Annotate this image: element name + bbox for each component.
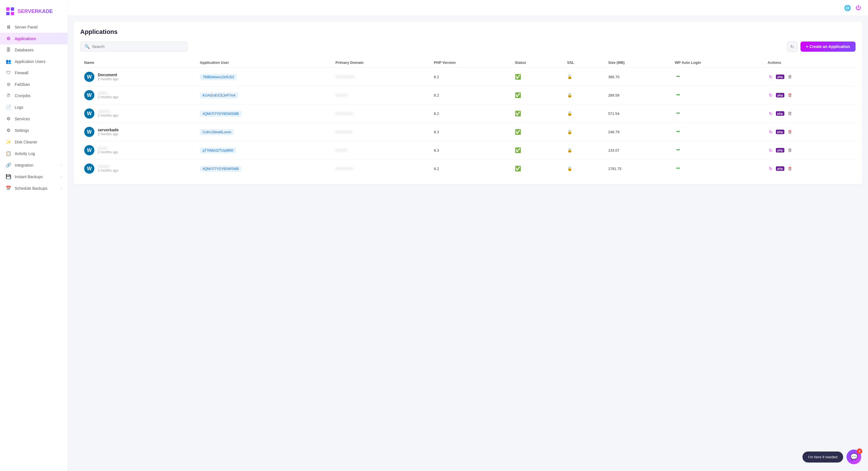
sidebar-item-application-users[interactable]: 👥 Application Users xyxy=(0,56,67,67)
sidebar-label-services: Services xyxy=(15,116,30,121)
row-5-domain-cell: ••••••••••••••• xyxy=(332,160,430,178)
wp-auto-login-button[interactable]: ⮕ xyxy=(675,110,682,117)
sidebar-item-disk-cleaner[interactable]: ✨ Disk Cleaner xyxy=(0,136,67,148)
wp-auto-login-button[interactable]: ⮕ xyxy=(675,165,682,172)
refresh-button[interactable]: ↻ xyxy=(787,41,798,52)
sidebar-item-cronjobs[interactable]: ⏱ Cronjobs xyxy=(0,90,67,101)
nav-icon-services: ⚙ xyxy=(6,116,11,122)
wp-auto-login-button[interactable]: ⮕ xyxy=(675,146,682,154)
row-5-status-cell: ✅ xyxy=(511,160,563,178)
php-button[interactable]: php xyxy=(776,166,784,171)
delete-app-button[interactable]: 🗑 xyxy=(786,165,794,172)
php-button[interactable]: php xyxy=(776,111,784,116)
refresh-app-button[interactable]: ↻ xyxy=(768,92,774,99)
wp-auto-login-button[interactable]: ⮕ xyxy=(675,73,682,80)
sidebar-item-applications[interactable]: ⚙ Applications xyxy=(0,33,67,44)
refresh-app-button[interactable]: ↻ xyxy=(768,128,774,136)
row-2-status-cell: ✅ xyxy=(511,104,563,123)
chat-avatar-button[interactable]: 💬 2 xyxy=(846,449,861,464)
nav-icon-application-users: 👥 xyxy=(6,59,11,64)
sidebar-label-logs: Logs xyxy=(15,105,23,109)
table-row: W •••••••• 2 months ago qT7kMlc02TUq485K… xyxy=(80,141,856,160)
globe-button[interactable]: 🌐 xyxy=(844,4,851,11)
applications-table-wrap: NameApplication UserPrimary DomainPHP Ve… xyxy=(80,58,856,178)
table-row: W Document 2 months ago 789EkhkwccZe5US2… xyxy=(80,68,856,86)
refresh-app-button[interactable]: ↻ xyxy=(768,110,774,117)
row-5-login-cell: ⮕ xyxy=(671,160,764,178)
table-col-wp-auto-login: WP Auto Login xyxy=(671,58,764,68)
row-3-actions-cell: ↻ php 🗑 xyxy=(764,123,856,141)
brand-name: SERVERKADE xyxy=(18,8,53,14)
delete-app-button[interactable]: 🗑 xyxy=(786,92,794,99)
sidebar-item-firewall[interactable]: 🛡 Firewall xyxy=(0,67,67,78)
refresh-app-button[interactable]: ↻ xyxy=(768,165,774,172)
sidebar-item-services[interactable]: ⚙ Services xyxy=(0,113,67,125)
wp-auto-login-button[interactable]: ⮕ xyxy=(675,92,682,99)
row-5-php-cell: 8.2 xyxy=(430,160,511,178)
refresh-app-button[interactable]: ↻ xyxy=(768,146,774,154)
delete-app-button[interactable]: 🗑 xyxy=(786,73,794,80)
sidebar-label-settings: Settings xyxy=(15,128,29,133)
delete-app-button[interactable]: 🗑 xyxy=(786,110,794,117)
row-5-name-cell: W •••••••••• 2 months ago xyxy=(80,160,196,178)
user-badge[interactable]: KUArEnErCEJnP7m4 xyxy=(200,92,238,99)
delete-app-button[interactable]: 🗑 xyxy=(786,128,794,136)
row-0-login-cell: ⮕ xyxy=(671,68,764,86)
svg-rect-2 xyxy=(6,12,10,15)
actions-group: ↻ php 🗑 xyxy=(768,110,851,117)
sidebar-item-server-panel[interactable]: 🖥 Server Panel xyxy=(0,22,67,33)
row-0-actions-cell: ↻ php 🗑 xyxy=(764,68,856,86)
sidebar-label-fail2ban: Fail2ban xyxy=(15,82,30,87)
sidebar-item-fail2ban[interactable]: ⊘ Fail2ban xyxy=(0,78,67,90)
search-icon: 🔍 xyxy=(85,44,90,49)
toolbar: 🔍 ↻ + Create an Application xyxy=(80,41,856,52)
ssl-icon: 🔒 xyxy=(567,111,572,116)
chat-bubble[interactable]: I'm here if needed xyxy=(802,451,843,463)
size-value: 386.70 xyxy=(608,75,619,79)
brand-logo: SERVERKADE xyxy=(0,4,67,22)
refresh-app-button[interactable]: ↻ xyxy=(768,73,774,81)
wp-icon: W xyxy=(84,108,94,119)
nav-icon-integration: 🔗 xyxy=(6,162,11,168)
table-col-primary-domain: Primary Domain xyxy=(332,58,430,68)
wp-auto-login-button[interactable]: ⮕ xyxy=(675,128,682,136)
row-3-user-cell: CufnrJ2bne6Lovon xyxy=(196,123,332,141)
sidebar-item-databases[interactable]: 🗄 Databases xyxy=(0,44,67,56)
php-button[interactable]: php xyxy=(776,148,784,153)
svg-rect-1 xyxy=(11,7,14,11)
page-title: Applications xyxy=(80,28,856,36)
php-button[interactable]: php xyxy=(776,130,784,134)
applications-table: NameApplication UserPrimary DomainPHP Ve… xyxy=(80,58,856,178)
sidebar-label-activity-log: Activity Log xyxy=(15,152,35,156)
sidebar-item-integration[interactable]: 🔗 Integration › xyxy=(0,159,67,171)
sidebar-item-settings[interactable]: ⚙ Settings xyxy=(0,125,67,136)
php-button[interactable]: php xyxy=(776,93,784,97)
user-badge[interactable]: CufnrJ2bne6Lovon xyxy=(200,129,234,135)
row-5-user-cell: 4QNhTI7YDYBSWSWB xyxy=(196,160,332,178)
arrow-icon-schedule-backups: › xyxy=(61,187,62,190)
user-badge[interactable]: qT7kMlc02TUq485K xyxy=(200,147,236,154)
sidebar-item-schedule-backups[interactable]: 📅 Schedule Backups › xyxy=(0,182,67,194)
row-4-php-cell: 8.3 xyxy=(430,141,511,160)
sidebar-item-instant-backups[interactable]: 💾 Instant Backups › xyxy=(0,171,67,182)
table-header: NameApplication UserPrimary DomainPHP Ve… xyxy=(80,58,856,68)
sidebar-item-logs[interactable]: 📄 Logs xyxy=(0,101,67,113)
user-badge[interactable]: 789EkhkwccZe5US2 xyxy=(200,74,237,80)
size-value: 133.07 xyxy=(608,148,619,153)
row-1-size-cell: 289.59 xyxy=(604,86,671,104)
nav-icon-cronjobs: ⏱ xyxy=(6,93,11,98)
user-badge[interactable]: 4QNhTI7YDYBSWSWB xyxy=(200,166,242,172)
create-application-button[interactable]: + Create an Application xyxy=(801,41,856,52)
sidebar-item-activity-log[interactable]: 📋 Activity Log xyxy=(0,148,67,159)
primary-domain: ••••••••••••••• xyxy=(335,167,353,171)
table-row: W •••••••• 2 months ago KUArEnErCEJnP7m4… xyxy=(80,86,856,104)
row-3-ssl-cell: 🔒 xyxy=(563,123,604,141)
user-badge[interactable]: 4QNhTI7YDYBSWSWB xyxy=(200,111,242,117)
table-col-name: Name xyxy=(80,58,196,68)
size-value: 248.79 xyxy=(608,130,619,134)
php-button[interactable]: php xyxy=(776,74,784,79)
logout-button[interactable]: ⏻ xyxy=(856,4,861,11)
delete-app-button[interactable]: 🗑 xyxy=(786,146,794,154)
search-input[interactable] xyxy=(92,44,183,49)
sidebar-label-firewall: Firewall xyxy=(15,71,28,75)
